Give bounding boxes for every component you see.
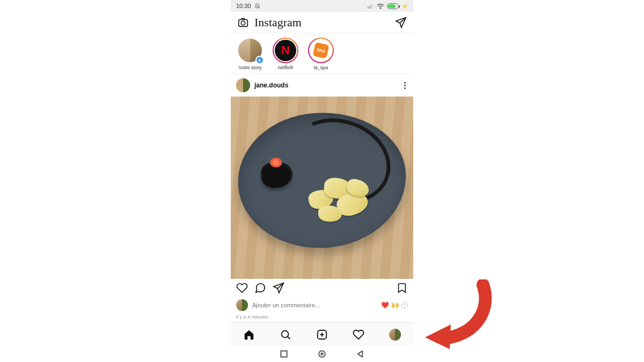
svg-point-7 <box>241 21 245 25</box>
emoji-hands[interactable]: 🙌 <box>391 301 399 309</box>
spa-avatar: SPA <box>310 40 332 61</box>
post-actions <box>231 279 413 297</box>
android-back-icon[interactable] <box>356 350 364 358</box>
status-bar: 10:30 ⚡ <box>231 0 413 12</box>
svg-line-9 <box>288 336 290 338</box>
like-button[interactable] <box>236 282 248 296</box>
comment-input[interactable] <box>252 302 377 308</box>
dnd-icon <box>254 3 260 9</box>
status-left: 10:30 <box>236 3 260 9</box>
story-la-spa[interactable]: SPA la_spa <box>307 38 335 70</box>
post-author[interactable]: jane.douds <box>236 78 288 92</box>
messages-icon[interactable] <box>395 17 407 28</box>
svg-rect-6 <box>239 19 248 26</box>
svg-rect-13 <box>281 351 287 357</box>
feed: jane.douds <box>231 74 413 322</box>
post-header: jane.douds <box>231 74 413 97</box>
svg-rect-2 <box>369 5 370 8</box>
add-story-badge: + <box>255 56 264 64</box>
android-home-icon[interactable] <box>318 350 326 358</box>
profile-avatar <box>389 329 401 341</box>
android-recent-icon[interactable] <box>280 350 288 358</box>
story-label: la_spa <box>314 65 328 70</box>
annotation-arrow <box>419 279 494 349</box>
android-nav <box>231 346 413 362</box>
story-label: netflixfr <box>277 65 293 70</box>
post-image[interactable] <box>231 97 413 279</box>
nav-activity[interactable] <box>353 329 364 341</box>
app-header: Instagram <box>231 12 413 33</box>
image-garnish <box>260 161 293 189</box>
bottom-nav <box>231 322 413 346</box>
story-your-story[interactable]: + Votre story <box>236 38 264 70</box>
comment-button[interactable] <box>254 282 266 296</box>
nav-home[interactable] <box>243 329 255 341</box>
quick-emoji-row: ❤️ 🙌 + <box>381 301 408 309</box>
nav-profile[interactable] <box>389 329 401 341</box>
app-logo: Instagram <box>254 16 302 29</box>
emoji-heart[interactable]: ❤️ <box>381 301 389 309</box>
share-button[interactable] <box>273 282 284 296</box>
camera-icon[interactable] <box>237 17 249 28</box>
svg-rect-1 <box>368 7 369 9</box>
phone-frame: 10:30 ⚡ Instagram <box>231 0 413 362</box>
avatar <box>236 299 248 311</box>
wifi-icon <box>377 3 384 9</box>
post-username: jane.douds <box>254 82 288 89</box>
avatar <box>236 78 250 92</box>
save-button[interactable] <box>396 282 408 296</box>
battery-icon <box>387 3 399 9</box>
signal-icon <box>368 3 374 9</box>
svg-point-5 <box>380 8 381 9</box>
story-label: Votre story <box>238 65 261 70</box>
emoji-more-icon[interactable]: + <box>401 302 408 308</box>
stories-row: + Votre story N netflixfr SPA la_spa <box>231 33 413 74</box>
status-time: 10:30 <box>236 3 251 9</box>
charging-icon: ⚡ <box>401 3 408 9</box>
svg-point-8 <box>282 330 289 337</box>
story-netflixfr[interactable]: N netflixfr <box>272 38 299 70</box>
svg-point-15 <box>320 352 323 355</box>
svg-rect-3 <box>371 4 372 9</box>
svg-rect-4 <box>372 4 374 9</box>
more-options-icon[interactable] <box>402 80 408 91</box>
nav-add[interactable] <box>316 329 328 341</box>
netflix-avatar: N <box>275 40 296 61</box>
nav-search[interactable] <box>280 329 291 341</box>
comment-row: ❤️ 🙌 + <box>231 297 413 313</box>
status-right: ⚡ <box>368 3 408 9</box>
post-timestamp: il y a 4 minutes <box>231 313 413 322</box>
image-food <box>307 176 379 230</box>
